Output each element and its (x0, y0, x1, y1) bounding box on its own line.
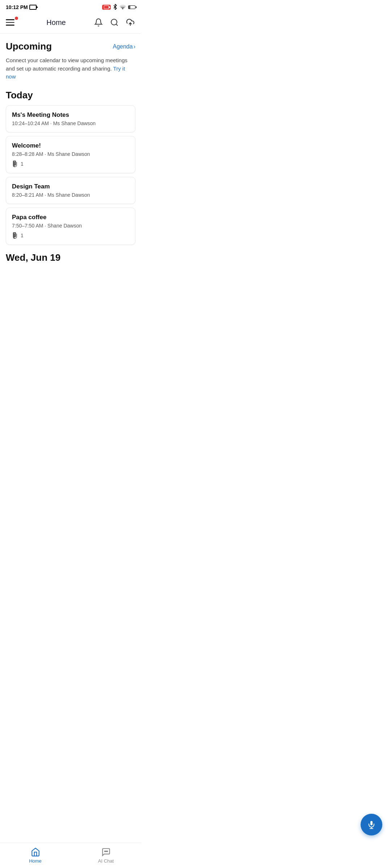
wifi-icon (119, 4, 126, 10)
header-actions (93, 17, 135, 27)
meeting-title: Welcome! (12, 142, 129, 149)
menu-notification-dot (15, 17, 18, 20)
status-bar: 10:12 PM (0, 0, 141, 13)
camera-status-icon (29, 5, 37, 10)
status-time: 10:12 PM (6, 4, 28, 10)
clip-count: 1 (21, 233, 24, 238)
header: Home (0, 13, 141, 34)
search-button[interactable] (109, 17, 119, 27)
hamburger-menu-button[interactable] (6, 16, 19, 29)
recording-badge (102, 5, 111, 10)
agenda-link[interactable]: Agenda › (113, 43, 136, 50)
clip-icon (12, 232, 18, 239)
notifications-button[interactable] (93, 17, 104, 27)
meeting-clip-footer: 1 (12, 232, 129, 239)
meeting-title: Papa coffee (12, 214, 129, 221)
meeting-meta: 8:20–8:21 AM · Ms Shane Dawson (12, 192, 129, 198)
page-title: Home (46, 18, 66, 27)
meeting-title: Ms's Meeting Notes (12, 111, 129, 119)
upcoming-section-header: Upcoming Agenda › (6, 41, 135, 52)
agenda-chevron-icon: › (134, 43, 135, 50)
meeting-clip-footer: 1 (12, 161, 129, 167)
svg-point-0 (111, 19, 117, 25)
clip-icon (12, 161, 18, 167)
meeting-card[interactable]: Ms's Meeting Notes 10:24–10:24 AM · Ms S… (6, 105, 135, 132)
meeting-title: Design Team (12, 183, 129, 190)
meeting-card[interactable]: Design Team 8:20–8:21 AM · Ms Shane Daws… (6, 177, 135, 204)
meeting-card[interactable]: Papa coffee 7:50–7:50 AM · Shane Dawson … (6, 208, 135, 245)
meeting-meta: 10:24–10:24 AM · Ms Shane Dawson (12, 120, 129, 126)
wednesday-section-title: Wed, Jun 19 (6, 252, 135, 263)
upcoming-title: Upcoming (6, 41, 52, 52)
upcoming-description: Connect your calendar to view upcoming m… (6, 56, 135, 81)
upload-button[interactable] (125, 17, 135, 27)
meeting-meta: 7:50–7:50 AM · Shane Dawson (12, 223, 129, 229)
bluetooth-icon (113, 4, 117, 11)
main-content: Upcoming Agenda › Connect your calendar … (0, 34, 141, 307)
meeting-meta: 8:28–8:28 AM · Ms Shane Dawson (12, 151, 129, 157)
battery-icon (128, 5, 135, 9)
today-title: Today (6, 90, 135, 101)
clip-count: 1 (21, 161, 24, 167)
status-icons-right (102, 4, 135, 11)
recording-camera-icon (104, 5, 109, 9)
meeting-card[interactable]: Welcome! 8:28–8:28 AM · Ms Shane Dawson … (6, 136, 135, 173)
